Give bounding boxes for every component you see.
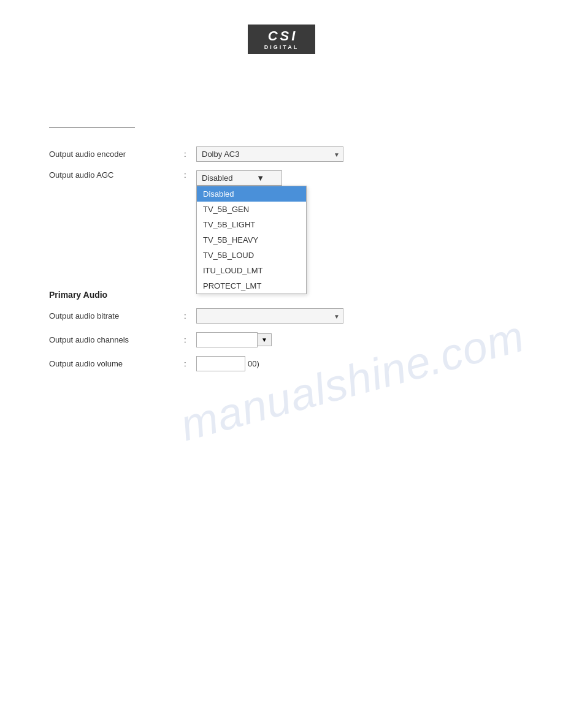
- output-audio-bitrate-select[interactable]: [196, 308, 343, 324]
- output-audio-channels-colon: :: [184, 335, 196, 344]
- output-audio-agc-dropdown-container: Disabled ▼ Disabled TV_5B_GEN TV_5B_LIGH…: [196, 170, 282, 186]
- section-divider: [49, 127, 135, 128]
- dropdown-item-protect[interactable]: PROTECT_LMT: [197, 278, 306, 294]
- output-audio-bitrate-select-wrapper: ▼: [196, 308, 343, 324]
- output-audio-channels-row: Output audio channels : ▼: [49, 332, 514, 347]
- output-audio-agc-selected[interactable]: Disabled ▼: [196, 170, 282, 186]
- output-audio-channels-input[interactable]: [196, 332, 258, 347]
- output-audio-encoder-select-wrapper: Dolby AC3 MPEG AAC Pass-through ▼: [196, 146, 343, 162]
- dropdown-item-tv5bheavy[interactable]: TV_5B_HEAVY: [197, 232, 306, 248]
- output-audio-bitrate-row: Output audio bitrate : ▼: [49, 308, 514, 324]
- output-audio-agc-label: Output audio AGC: [49, 170, 184, 180]
- output-audio-agc-arrow-icon: ▼: [256, 173, 264, 183]
- output-audio-volume-label: Output audio volume: [49, 359, 184, 368]
- output-audio-channels-dropdown-btn[interactable]: ▼: [258, 333, 272, 346]
- output-audio-volume-unit: 00): [248, 359, 259, 368]
- output-audio-volume-group: 00): [196, 356, 259, 371]
- output-audio-bitrate-label: Output audio bitrate: [49, 311, 184, 320]
- output-audio-volume-colon: :: [184, 359, 196, 368]
- output-audio-bitrate-colon: :: [184, 311, 196, 320]
- logo-area: C S I DIGITAL: [0, 0, 563, 54]
- output-audio-encoder-row: Output audio encoder : Dolby AC3 MPEG AA…: [49, 146, 514, 162]
- dropdown-item-disabled[interactable]: Disabled: [197, 186, 306, 202]
- dropdown-item-tv5bloud[interactable]: TV_5B_LOUD: [197, 248, 306, 263]
- dropdown-item-tv5blight[interactable]: TV_5B_LIGHT: [197, 217, 306, 232]
- output-audio-agc-dropdown-list: Disabled TV_5B_GEN TV_5B_LIGHT TV_5B_HEA…: [196, 186, 307, 294]
- form-section: Output audio encoder : Dolby AC3 MPEG AA…: [49, 146, 514, 371]
- logo-letter-c: C: [268, 29, 278, 43]
- output-audio-encoder-colon: :: [184, 150, 196, 159]
- output-audio-encoder-label: Output audio encoder: [49, 150, 184, 159]
- output-audio-encoder-select[interactable]: Dolby AC3 MPEG AAC Pass-through: [196, 146, 343, 162]
- output-audio-agc-row: Output audio AGC : Disabled ▼ Disabled T…: [49, 170, 514, 186]
- logo-top: C S I: [268, 29, 296, 43]
- output-audio-channels-label: Output audio channels: [49, 335, 184, 344]
- output-audio-volume-input[interactable]: [196, 356, 245, 371]
- output-audio-agc-selected-text: Disabled: [202, 173, 233, 183]
- output-audio-volume-row: Output audio volume : 00): [49, 356, 514, 371]
- dropdown-item-tv5bgen[interactable]: TV_5B_GEN: [197, 202, 306, 217]
- logo-letter-i: I: [291, 29, 295, 43]
- content-area: Output audio encoder : Dolby AC3 MPEG AA…: [0, 146, 563, 371]
- dropdown-item-itu-loud[interactable]: ITU_LOUD_LMT: [197, 263, 306, 278]
- output-audio-channels-group: ▼: [196, 332, 272, 347]
- logo: C S I DIGITAL: [248, 25, 315, 54]
- logo-letter-s: S: [280, 29, 289, 43]
- output-audio-agc-colon: :: [184, 170, 196, 180]
- logo-subtitle: DIGITAL: [264, 44, 299, 50]
